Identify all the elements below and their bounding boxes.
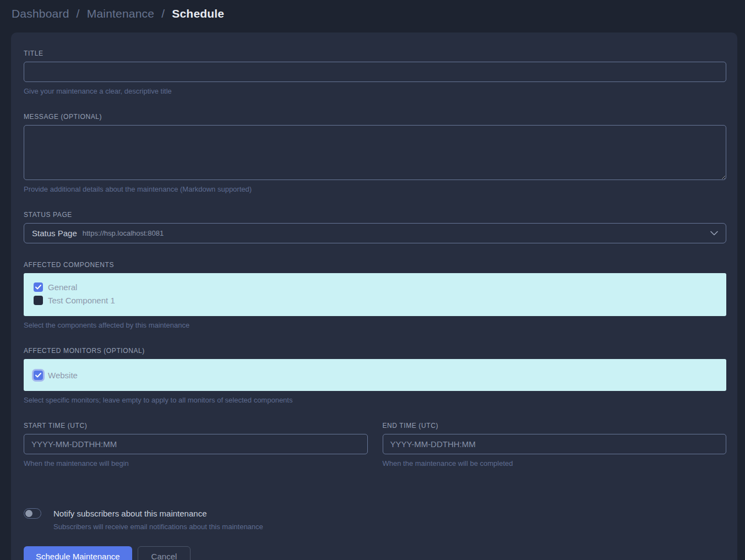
component-option-general[interactable]: General	[34, 280, 716, 293]
title-input[interactable]	[24, 62, 726, 82]
end-time-input[interactable]	[383, 434, 727, 454]
start-time-label: START TIME (UTC)	[24, 422, 368, 429]
affected-components-box: General Test Component 1	[24, 273, 726, 316]
affected-components-group: AFFECTED COMPONENTS General Test Compone…	[24, 261, 726, 329]
cancel-button[interactable]: Cancel	[138, 546, 191, 560]
breadcrumb-maintenance[interactable]: Maintenance	[87, 7, 154, 20]
status-page-group: STATUS PAGE Status Page https://hsp.loca…	[24, 211, 726, 243]
message-group: MESSAGE (OPTIONAL) Provide additional de…	[24, 113, 726, 193]
breadcrumb-separator: /	[157, 7, 168, 20]
affected-monitors-label: AFFECTED MONITORS (OPTIONAL)	[24, 347, 726, 355]
form-actions: Schedule Maintenance Cancel	[24, 546, 726, 560]
notify-label: Notify subscribers about this maintenanc…	[53, 509, 206, 518]
end-time-helper: When the maintenance will be completed	[383, 459, 727, 467]
monitor-label: Website	[48, 371, 78, 380]
breadcrumb-separator: /	[73, 7, 84, 20]
title-group: TITLE Give your maintenance a clear, des…	[24, 50, 726, 95]
start-time-group: START TIME (UTC) When the maintenance wi…	[24, 422, 368, 467]
checkbox-website[interactable]	[34, 371, 43, 380]
notify-group: Notify subscribers about this maintenanc…	[24, 508, 726, 531]
monitor-option-website[interactable]: Website	[34, 368, 716, 382]
title-helper: Give your maintenance a clear, descripti…	[24, 87, 726, 95]
component-label: General	[48, 282, 77, 292]
page-title: Schedule	[172, 7, 224, 20]
message-textarea[interactable]	[24, 125, 726, 180]
component-label: Test Component 1	[48, 296, 115, 305]
chevron-down-icon	[710, 231, 718, 236]
status-page-selected-name: Status Page	[32, 229, 77, 238]
message-helper: Provide additional details about the mai…	[24, 185, 726, 193]
affected-components-helper: Select the components affected by this m…	[24, 321, 726, 329]
status-page-select[interactable]: Status Page https://hsp.localhost:8081	[24, 223, 726, 243]
schedule-maintenance-button[interactable]: Schedule Maintenance	[24, 546, 132, 560]
notify-toggle[interactable]	[24, 508, 41, 519]
end-time-group: END TIME (UTC) When the maintenance will…	[383, 422, 727, 467]
message-label: MESSAGE (OPTIONAL)	[24, 113, 726, 121]
affected-monitors-group: AFFECTED MONITORS (OPTIONAL) Website Sel…	[24, 347, 726, 404]
checkbox-test-component-1[interactable]	[34, 296, 43, 305]
toggle-knob	[25, 510, 32, 517]
status-page-label: STATUS PAGE	[24, 211, 726, 219]
checkbox-general[interactable]	[34, 282, 43, 292]
start-time-input[interactable]	[24, 434, 368, 454]
component-option-test-component-1[interactable]: Test Component 1	[34, 293, 716, 307]
breadcrumb-dashboard[interactable]: Dashboard	[12, 7, 69, 20]
affected-monitors-helper: Select specific monitors; leave empty to…	[24, 396, 726, 404]
breadcrumb: Dashboard / Maintenance / Schedule	[12, 7, 734, 20]
affected-monitors-box: Website	[24, 359, 726, 391]
end-time-label: END TIME (UTC)	[383, 422, 727, 429]
title-label: TITLE	[24, 50, 726, 57]
affected-components-label: AFFECTED COMPONENTS	[24, 261, 726, 269]
start-time-helper: When the maintenance will begin	[24, 459, 368, 467]
notify-helper: Subscribers will receive email notificat…	[53, 523, 726, 531]
time-row: START TIME (UTC) When the maintenance wi…	[24, 422, 726, 485]
schedule-maintenance-form: TITLE Give your maintenance a clear, des…	[11, 32, 737, 560]
top-bar: Dashboard / Maintenance / Schedule	[0, 0, 745, 20]
status-page-selected-url: https://hsp.localhost:8081	[83, 229, 164, 237]
